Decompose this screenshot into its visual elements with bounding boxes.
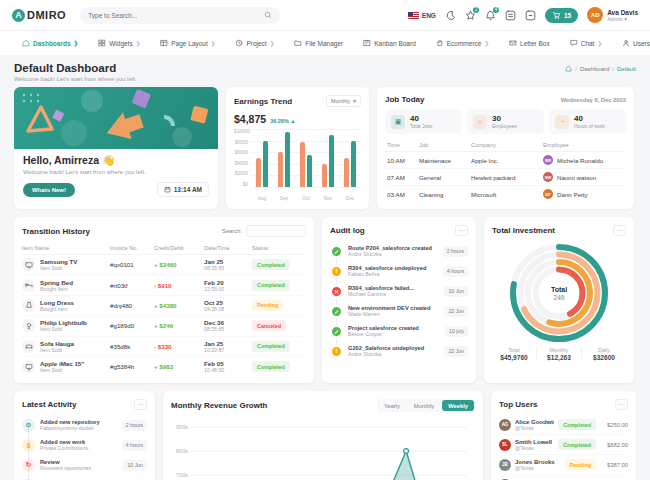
fullscreen-button[interactable]: [525, 10, 536, 21]
app-menu-button[interactable]: [505, 10, 516, 21]
latest-activity-card: Latest Activity ⋯ ⊙ Added new repository…: [14, 391, 155, 480]
menu-item-users[interactable]: Users❯: [614, 36, 650, 50]
banner-shapes: [14, 87, 218, 149]
home-icon[interactable]: [565, 65, 572, 72]
investment-center-value: 249: [551, 294, 567, 301]
teal-stat-icon: ▣: [391, 115, 405, 129]
revenue-tab-monthly[interactable]: Monthly: [408, 400, 440, 411]
user-row-avatar: AG: [499, 419, 511, 431]
credit-debit: - $330: [154, 343, 204, 350]
menu-item-file-manager[interactable]: File Manager: [286, 36, 351, 50]
activity-icon: ↻: [22, 459, 35, 472]
logo-text: DMIRO: [27, 9, 66, 21]
svg-text:900k: 900k: [176, 424, 188, 430]
activity-icon: ⊙: [22, 419, 35, 432]
bar-Sep-Series B: [285, 132, 290, 187]
greeting-banner: [14, 87, 218, 149]
home-icon: [22, 39, 30, 47]
activity-item: ↻ ReviewReviewed repositories 10 Jun: [22, 455, 147, 475]
menu-item-letter-box[interactable]: Letter Box: [501, 36, 558, 50]
menu-item-dashboards[interactable]: Dashboards❯: [14, 36, 86, 50]
global-search[interactable]: [80, 7, 280, 24]
success-status-icon: ✓: [330, 325, 343, 338]
monthly-revenue-card: Monthly Revenue Growth YearlyMonthlyWeek…: [163, 391, 483, 480]
menu-item-ecommerce[interactable]: Ecommerce❯: [428, 36, 497, 50]
top-user-row: JB Jones Brooks@Texas Pending $387.00: [499, 455, 628, 475]
success-status-icon: ✓: [330, 245, 343, 258]
earnings-title: Earnings Trend: [234, 97, 292, 106]
bookmark-menu-button[interactable]: 2: [465, 10, 476, 21]
menu-item-page-layout[interactable]: Page Layout❯: [152, 36, 223, 50]
language-switch[interactable]: ENG: [408, 12, 436, 19]
user-name: Ava Davis: [607, 9, 638, 16]
chevron-icon: ❯: [484, 40, 489, 46]
user-menu[interactable]: AD Ava Davis Admin ▾: [587, 7, 638, 23]
top-user-row: BA Brewn Acum@Texas Canceled $355.00: [499, 476, 628, 480]
bar-Dec-Series A: [344, 158, 349, 187]
top-users-more-button[interactable]: ⋯: [615, 399, 628, 410]
bar-group: [295, 142, 317, 187]
invoice-no: #35d8k: [110, 343, 154, 350]
user-status-badge: Completed: [558, 419, 596, 430]
menu-item-kanban-board[interactable]: Kanban Board: [355, 36, 424, 50]
calendar-icon: [164, 186, 171, 193]
job-stat-total-jobs: ▣ 40Total Jobs: [385, 109, 462, 134]
transition-row: Sofa HaugaItem Sold #35d8k - $330 Jan 25…: [22, 337, 306, 357]
menu-item-widgets[interactable]: Widgets❯: [90, 36, 148, 50]
page-title: Default Dashboard: [14, 62, 137, 74]
breadcrumb-dashboard[interactable]: Dashboard: [580, 66, 609, 72]
job-today-title: Job Today: [385, 95, 424, 104]
earnings-period-select[interactable]: Monthly▾: [326, 95, 361, 107]
revenue-tab-yearly[interactable]: Yearly: [378, 400, 406, 411]
bar-Nov-Series A: [322, 164, 327, 187]
invoice-no: #qx0101: [110, 261, 154, 268]
logo[interactable]: A DMIRO: [12, 9, 66, 22]
investment-stat-monthly: Monthly$12,263: [536, 347, 581, 361]
status-badge: Canceled: [252, 320, 286, 331]
audit-item: ✕ R304_salesforce failed...Michael Ganst…: [330, 281, 468, 301]
activity-item: ⊙ Added new repositoryFabpot/symfony-doc…: [22, 415, 147, 435]
user-amount: $387.00: [600, 462, 628, 468]
star-badge: 2: [473, 7, 479, 13]
menu-item-project[interactable]: Project❯: [227, 36, 282, 50]
bar-Aug-Series A: [256, 158, 261, 187]
earnings-trend-card: Earnings Trend Monthly▾ $4,875 36.28% ▲ …: [226, 87, 369, 209]
audit-item: ✓ Project salesforce createdBessie Coope…: [330, 321, 468, 341]
transition-search-input[interactable]: [246, 225, 306, 237]
credit-debit: - $910: [154, 282, 204, 289]
investment-more-button[interactable]: ⋯: [613, 225, 626, 236]
users-icon: [622, 39, 630, 47]
cart-count-pill[interactable]: 15: [545, 8, 578, 23]
audit-more-button[interactable]: ⋯: [455, 225, 468, 236]
search-input[interactable]: [88, 12, 264, 19]
invoice-no: #rt03tf: [110, 282, 154, 289]
activity-title: Latest Activity: [22, 400, 76, 409]
status-badge: Completed: [252, 361, 290, 372]
menu-item-chat[interactable]: Chat❯: [562, 36, 610, 50]
status-badge: Completed: [252, 341, 290, 352]
notifications-button[interactable]: 4: [485, 10, 496, 21]
transition-row: Apple iMac 15"Item Sold #g5384h + $983 F…: [22, 357, 306, 376]
greeting-card: Hello, Amirreza 👋 Welcome back! Let's st…: [14, 87, 218, 209]
job-stat-employees: ☼ 30Employees: [467, 109, 544, 134]
bed-icon: [22, 279, 35, 292]
status-badge: Completed: [252, 280, 290, 291]
user-status-badge: Completed: [558, 439, 596, 450]
credit-debit: + $983: [154, 363, 204, 370]
bar-group: [317, 135, 339, 187]
activity-time: 10 Jun: [123, 460, 147, 471]
whats-new-button[interactable]: Whats New!: [23, 183, 75, 197]
investment-stat-total: Total$45,9760: [492, 347, 536, 361]
dark-mode-toggle[interactable]: [445, 10, 456, 21]
page-subtitle: Welcome back! Let's start from where you…: [14, 76, 137, 82]
earnings-amount: $4,875: [234, 113, 266, 125]
investment-center-label: Total: [551, 286, 567, 293]
chevron-icon: ❯: [597, 40, 602, 46]
chevron-icon: ❯: [74, 40, 79, 46]
danger-status-icon: ✕: [330, 285, 343, 298]
job-row: 10:AMMaintenaceApple Inc. MRMichela Rona…: [385, 152, 626, 169]
activity-more-button[interactable]: ⋯: [134, 399, 147, 410]
transition-row: Philip LightbulbItem Sold #g189d0 + $246…: [22, 316, 306, 336]
page-header: Default Dashboard Welcome back! Let's st…: [0, 55, 650, 87]
revenue-tab-weekly[interactable]: Weekly: [442, 400, 474, 411]
